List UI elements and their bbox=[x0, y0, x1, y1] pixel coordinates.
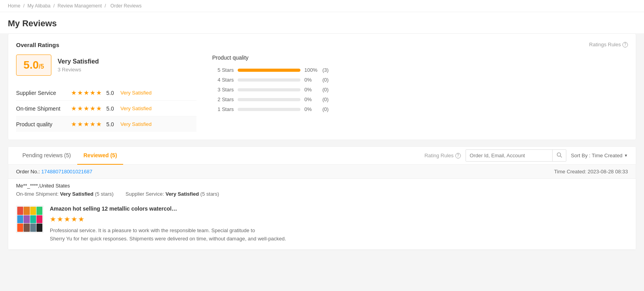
user-location-0: Me**_****,United States bbox=[16, 183, 628, 189]
category-row-supplier: Supplier Service ★ ★ ★ ★ ★ 5.0 Very Sati… bbox=[16, 85, 196, 101]
product-info-0: Amazon hot selling 12 metallic colors wa… bbox=[50, 206, 628, 243]
score-display: 5.0/5 bbox=[16, 55, 51, 76]
category-label-2: Very Satisfied bbox=[120, 121, 152, 127]
order-header-0: Order No.: 174880718001021687 Time Creat… bbox=[8, 165, 636, 179]
bar-label-4: 4 Stars bbox=[212, 77, 234, 83]
order-meta-0: Me**_****,United States On-time Shipment… bbox=[8, 179, 636, 199]
bar-track-3 bbox=[238, 88, 300, 91]
tabs-header: Pending reviews (5) Reviewed (5) Rating … bbox=[8, 147, 636, 165]
bar-count-3: (0) bbox=[322, 87, 329, 93]
page-title: My Reviews bbox=[0, 12, 644, 33]
tabs-left: Pending reviews (5) Reviewed (5) bbox=[16, 147, 123, 164]
score-denom: /5 bbox=[39, 63, 44, 70]
bar-track-4 bbox=[238, 78, 300, 82]
bar-label-2: 2 Stars bbox=[212, 96, 234, 102]
supplier-value: Very Satisfied bbox=[166, 191, 199, 197]
breadcrumb: Home / My Alibaba / Review Management / … bbox=[0, 0, 644, 12]
bar-track-5 bbox=[238, 69, 300, 72]
product-name-0: Amazon hot selling 12 metallic colors wa… bbox=[50, 206, 628, 212]
thumb-colors-0 bbox=[16, 206, 43, 233]
category-label-0: Very Satisfied bbox=[120, 90, 152, 96]
sort-by[interactable]: Sort By : Time Created ▼ bbox=[571, 153, 628, 158]
category-row-quality: Product quality ★ ★ ★ ★ ★ 5.0 Very Satis… bbox=[16, 116, 196, 132]
search-button[interactable] bbox=[552, 150, 566, 161]
category-name-0: Supplier Service bbox=[16, 90, 71, 96]
breadcrumb-home[interactable]: Home bbox=[8, 3, 20, 9]
search-input[interactable] bbox=[466, 150, 552, 161]
bar-count-4: (0) bbox=[322, 77, 329, 83]
tab-pending[interactable]: Pending reviews (5) bbox=[16, 147, 77, 165]
bar-pct-2: 0% bbox=[304, 96, 318, 102]
bar-row-4: 4 Stars 0% (0) bbox=[212, 77, 628, 83]
category-name-2: Product quality bbox=[16, 121, 71, 127]
tabs-right: Rating Rules ? Sort By : Time Created ▼ bbox=[424, 149, 628, 162]
chart-title: Product quality bbox=[212, 55, 628, 61]
order-card-0: Order No.: 174880718001021687 Time Creat… bbox=[8, 165, 636, 250]
tab-reviewed[interactable]: Reviewed (5) bbox=[77, 147, 124, 165]
tabs-section: Pending reviews (5) Reviewed (5) Rating … bbox=[8, 146, 636, 250]
ratings-rules-label: Ratings Rules bbox=[589, 42, 621, 47]
category-score-1: 5.0 bbox=[106, 105, 120, 112]
bar-pct-3: 0% bbox=[304, 87, 318, 93]
bar-track-2 bbox=[238, 98, 300, 101]
category-score-2: 5.0 bbox=[106, 121, 120, 127]
chevron-down-icon: ▼ bbox=[624, 153, 628, 158]
sort-label: Sort By : Time Created bbox=[571, 153, 623, 158]
bar-label-3: 3 Stars bbox=[212, 87, 234, 93]
supplier-label: Supplier Service: bbox=[126, 191, 164, 197]
order-id-link[interactable]: 174880718001021687 bbox=[41, 169, 92, 175]
bar-count-2: (0) bbox=[322, 96, 329, 102]
order-no-label: Order No.: bbox=[16, 169, 40, 175]
bar-label-5: 5 Stars bbox=[212, 67, 234, 73]
svg-line-1 bbox=[560, 156, 562, 158]
search-icon bbox=[557, 152, 562, 158]
on-time-label: On-time Shipment: bbox=[16, 191, 58, 197]
shipment-info-0: On-time Shipment: Very Satisfied (5 star… bbox=[16, 191, 628, 197]
rating-rules-info-icon: ? bbox=[455, 153, 461, 158]
score-value: 5.0 bbox=[24, 59, 39, 71]
ratings-rules-link[interactable]: Ratings Rules ? bbox=[589, 42, 628, 47]
score-label: Very Satisfied bbox=[58, 58, 99, 65]
category-label-1: Very Satisfied bbox=[120, 105, 152, 111]
bar-chart: 5 Stars 100% (3) 4 Stars 0% bbox=[212, 67, 628, 112]
category-score-0: 5.0 bbox=[106, 90, 120, 96]
categories-list: Supplier Service ★ ★ ★ ★ ★ 5.0 Very Sati… bbox=[16, 85, 196, 132]
bar-count-1: (0) bbox=[322, 106, 329, 112]
supplier-stars: (5 stars) bbox=[200, 191, 219, 197]
stars-2: ★ ★ ★ ★ ★ bbox=[71, 120, 102, 128]
overall-ratings-title: Overall Ratings bbox=[16, 42, 59, 48]
bar-fill-5 bbox=[238, 69, 300, 72]
search-box bbox=[466, 149, 566, 162]
bar-row-1: 1 Stars 0% (0) bbox=[212, 106, 628, 112]
product-review-text-0: Professional service. It is a pleasure t… bbox=[50, 227, 628, 243]
score-reviews: 3 Reviews bbox=[58, 67, 99, 73]
bar-pct-5: 100% bbox=[304, 67, 318, 73]
rating-rules-label: Rating Rules bbox=[424, 153, 453, 158]
category-name-1: On-time Shipment bbox=[16, 105, 71, 112]
category-row-shipment: On-time Shipment ★ ★ ★ ★ ★ 5.0 Very Sati… bbox=[16, 101, 196, 116]
rating-rules-link[interactable]: Rating Rules ? bbox=[424, 153, 460, 158]
bar-row-5: 5 Stars 100% (3) bbox=[212, 67, 628, 73]
breadcrumb-myalibaba[interactable]: My Alibaba bbox=[27, 3, 51, 9]
on-time-value: Very Satisfied bbox=[60, 191, 93, 197]
bar-row-2: 2 Stars 0% (0) bbox=[212, 96, 628, 102]
product-stars-0: ★ ★ ★ ★ ★ bbox=[50, 215, 628, 224]
bar-count-5: (3) bbox=[322, 67, 329, 73]
bar-track-1 bbox=[238, 108, 300, 111]
bar-pct-4: 0% bbox=[304, 77, 318, 83]
bar-label-1: 1 Stars bbox=[212, 106, 234, 112]
stars-1: ★ ★ ★ ★ ★ bbox=[71, 105, 102, 112]
breadcrumb-review-management[interactable]: Review Management bbox=[58, 3, 102, 9]
on-time-stars: (5 stars) bbox=[95, 191, 114, 197]
order-time-0: Time Created: 2023-08-28 08:33 bbox=[554, 169, 628, 175]
stars-0: ★ ★ ★ ★ ★ bbox=[71, 89, 102, 96]
breadcrumb-current: Order Reviews bbox=[111, 3, 142, 9]
bar-row-3: 3 Stars 0% (0) bbox=[212, 87, 628, 93]
ratings-card: Overall Ratings Ratings Rules ? 5.0/5 Ve… bbox=[8, 33, 636, 140]
product-thumb-0 bbox=[16, 206, 44, 233]
info-icon: ? bbox=[622, 42, 628, 47]
order-number-0: Order No.: 174880718001021687 bbox=[16, 169, 92, 175]
product-review-0: Amazon hot selling 12 metallic colors wa… bbox=[8, 199, 636, 249]
bar-pct-1: 0% bbox=[304, 106, 318, 112]
